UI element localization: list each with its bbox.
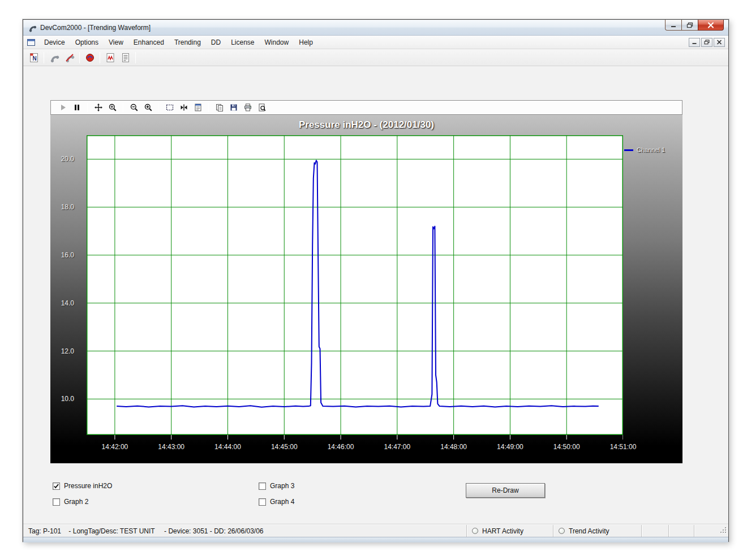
hart-activity-panel: HART Activity — [466, 525, 553, 537]
toolbar-separator — [100, 52, 100, 63]
menu-item-enhanced[interactable]: Enhanced — [128, 36, 169, 49]
desktop: DevCom2000 - [Trending Waveform] — [0, 0, 747, 560]
app-phone-icon — [28, 23, 37, 32]
trend-activity-led — [559, 528, 565, 534]
menu-item-window[interactable]: Window — [260, 36, 294, 49]
titlebar: DevCom2000 - [Trending Waveform] — [23, 20, 728, 36]
menu-item-options[interactable]: Options — [70, 36, 104, 49]
x-tick-label: 14:48:00 — [433, 443, 474, 451]
restore-button[interactable] — [682, 20, 698, 31]
menu-item-help[interactable]: Help — [294, 36, 318, 49]
app-window: DevCom2000 - [Trending Waveform] — [23, 19, 729, 542]
menu-item-license[interactable]: License — [226, 36, 259, 49]
window-bottom-frame — [23, 537, 728, 542]
minimize-button[interactable] — [665, 20, 682, 31]
x-axis-labels: 14:42:0014:43:0014:44:0014:45:0014:46:00… — [87, 443, 623, 452]
y-tick-label: 16.0 — [51, 251, 74, 259]
checkbox-graph-2[interactable]: Graph 2 — [53, 498, 88, 506]
hart-alarm-icon[interactable] — [82, 50, 97, 64]
zoom-drag-icon[interactable] — [105, 102, 119, 114]
menu-item-device[interactable]: Device — [39, 36, 70, 49]
chart-toolbar-separator — [208, 103, 209, 112]
x-tick-label: 14:45:00 — [264, 443, 304, 451]
x-tick-label: 14:50:00 — [546, 443, 587, 451]
menubar: DeviceOptionsViewEnhancedTrendingDDLicen… — [23, 36, 728, 49]
phone-connect-icon[interactable] — [46, 50, 62, 64]
checkbox-graph-4[interactable]: Graph 4 — [259, 498, 294, 506]
x-tick-label: 14:47:00 — [377, 443, 418, 451]
checkbox-unchecked-box[interactable] — [259, 483, 266, 490]
chart-toolbar — [50, 100, 682, 115]
trending-chart-control: Pressure inH2O - (2012/01/30) 10.012.014… — [50, 100, 682, 463]
status-bar: Tag: P-101 - LongTag/Desc: TEST UNIT - D… — [23, 524, 728, 537]
checkbox-checked-box[interactable] — [53, 483, 60, 490]
trend-activity-panel: Trend Activity — [553, 525, 641, 537]
mdi-minimize-button[interactable] — [689, 38, 700, 47]
save-icon[interactable] — [226, 102, 241, 114]
device-info-status: Tag: P-101 - LongTag/Desc: TEST UNIT - D… — [23, 525, 466, 537]
x-tick-label: 14:46:00 — [320, 443, 361, 451]
zoom-in-icon[interactable] — [141, 102, 155, 114]
report-document-icon[interactable] — [118, 50, 133, 64]
status-panel-empty-2 — [668, 525, 694, 537]
window-title: DevCom2000 - [Trending Waveform] — [40, 24, 151, 32]
redraw-button[interactable]: Re-Draw — [466, 483, 545, 498]
mdi-client-area: Pressure inH2O - (2012/01/30) 10.012.014… — [23, 66, 728, 524]
svg-text:N: N — [32, 55, 36, 62]
x-tick-label: 14:42:00 — [95, 443, 135, 451]
waveform-plot[interactable] — [87, 135, 623, 441]
checkbox-label: Pressure inH2O — [64, 482, 112, 490]
chart-toolbar-separator — [158, 103, 159, 112]
dd-waveform-document-icon[interactable] — [102, 50, 118, 64]
y-tick-label: 10.0 — [51, 395, 74, 403]
trend-activity-label: Trend Activity — [569, 527, 609, 535]
select-region-icon[interactable] — [162, 102, 177, 114]
y-tick-label: 14.0 — [51, 299, 74, 307]
close-button[interactable] — [698, 20, 724, 31]
checkbox-label: Graph 3 — [270, 482, 294, 490]
checkbox-unchecked-box[interactable] — [53, 498, 60, 506]
cursor-tool-icon[interactable] — [177, 102, 191, 114]
copy-icon[interactable] — [212, 102, 226, 114]
checkbox-pressure-inh2o[interactable]: Pressure inH2O — [53, 482, 112, 490]
y-tick-label: 20.0 — [51, 155, 74, 163]
legend-label: Channel 1 — [637, 147, 665, 153]
chart-area: Pressure inH2O - (2012/01/30) 10.012.014… — [50, 115, 682, 463]
menu-item-trending[interactable]: Trending — [169, 36, 206, 49]
play-icon[interactable] — [55, 102, 70, 114]
y-axis-labels: 10.012.014.016.018.020.0 — [50, 135, 82, 435]
mdi-close-button[interactable] — [714, 38, 725, 47]
status-panel-empty-1 — [641, 525, 668, 537]
toolbar-separator — [79, 52, 80, 63]
mdi-child-window-icon[interactable] — [27, 38, 36, 46]
new-document-n-icon[interactable]: N — [26, 50, 41, 64]
zoom-out-icon[interactable] — [127, 102, 141, 114]
properties-icon[interactable] — [191, 102, 205, 114]
menu-item-dd[interactable]: DD — [206, 36, 226, 49]
print-preview-icon[interactable] — [255, 102, 269, 114]
pause-icon[interactable] — [70, 102, 84, 114]
pan-icon[interactable] — [91, 102, 105, 114]
menu-item-view[interactable]: View — [104, 36, 128, 49]
y-tick-label: 18.0 — [51, 203, 74, 211]
phone-disconnect-icon[interactable] — [62, 50, 77, 64]
menu-item-list: DeviceOptionsViewEnhancedTrendingDDLicen… — [39, 36, 318, 49]
toolbar-separator — [135, 52, 136, 63]
main-toolbar: N — [23, 49, 728, 66]
x-tick-label: 14:49:00 — [490, 443, 530, 451]
chart-toolbar-separator — [123, 103, 123, 112]
chart-legend: Channel 1 — [624, 147, 665, 153]
mdi-restore-button[interactable] — [701, 38, 712, 47]
chart-toolbar-separator — [87, 103, 88, 112]
hart-activity-led — [472, 528, 478, 534]
checkbox-unchecked-box[interactable] — [259, 498, 266, 506]
print-icon[interactable] — [241, 102, 255, 114]
resize-grip[interactable] — [720, 527, 727, 536]
checkbox-label: Graph 2 — [64, 498, 88, 506]
hart-activity-label: HART Activity — [482, 527, 523, 535]
legend-line-swatch — [624, 149, 633, 151]
chart-title: Pressure inH2O - (2012/01/30) — [50, 119, 682, 131]
checkbox-graph-3[interactable]: Graph 3 — [259, 482, 294, 490]
toolbar-separator — [44, 52, 44, 63]
x-tick-label: 14:51:00 — [603, 443, 643, 451]
